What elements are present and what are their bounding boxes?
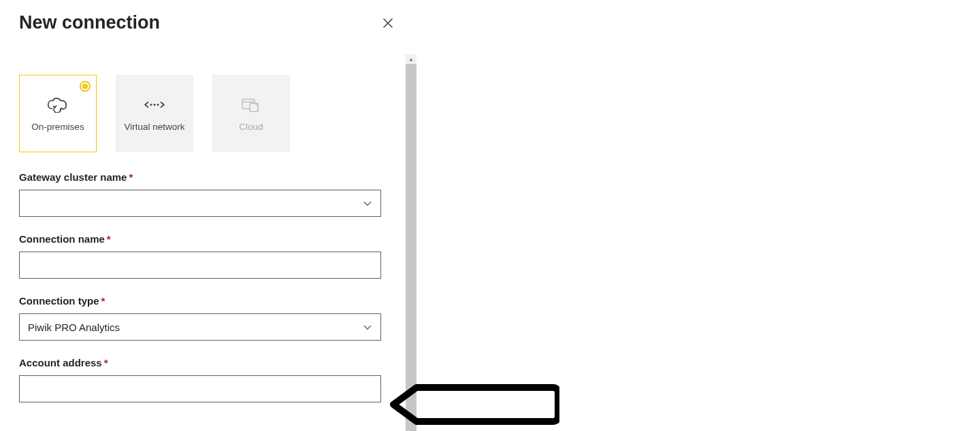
new-connection-panel: New connection ▲ On-p <box>0 0 416 431</box>
svg-point-0 <box>150 104 152 106</box>
field-connection-name: Connection name* <box>19 233 387 279</box>
panel-header: New connection <box>0 0 416 33</box>
connection-name-input[interactable] <box>19 252 381 279</box>
radio-selected-icon <box>80 81 91 92</box>
select-value: Piwik PRO Analytics <box>28 322 120 333</box>
connection-location-tiles: On-premises Virtual network <box>19 75 387 152</box>
chevron-down-icon <box>363 322 372 332</box>
chevron-down-icon <box>363 199 372 208</box>
panel-title: New connection <box>19 12 160 33</box>
required-asterisk-icon: * <box>107 233 111 245</box>
vnet-icon <box>144 94 165 116</box>
required-asterisk-icon: * <box>129 171 133 183</box>
tile-label: On-premises <box>27 121 88 133</box>
scroll-up-arrow-icon: ▲ <box>406 54 416 64</box>
required-asterisk-icon: * <box>104 357 108 368</box>
tile-label: Cloud <box>235 121 267 133</box>
field-label: Account address* <box>19 357 387 368</box>
scrollbar[interactable]: ▲ <box>406 54 416 431</box>
field-gateway-cluster: Gateway cluster name* <box>19 171 387 217</box>
svg-point-1 <box>154 104 156 106</box>
tile-label: Virtual network <box>120 121 189 133</box>
field-label: Connection name* <box>19 233 387 245</box>
label-text: Account address <box>19 357 102 368</box>
field-account-address: Account address* <box>19 357 387 402</box>
close-button[interactable] <box>378 14 397 33</box>
field-label: Gateway cluster name* <box>19 171 387 183</box>
label-text: Connection name <box>19 233 105 245</box>
svg-point-2 <box>157 104 159 106</box>
account-address-input[interactable] <box>19 375 381 402</box>
cloud-file-icon <box>242 94 261 116</box>
label-text: Connection type <box>19 295 99 307</box>
field-connection-type: Connection type* Piwik PRO Analytics <box>19 295 387 341</box>
tile-on-premises[interactable]: On-premises <box>19 75 97 152</box>
scroll-thumb[interactable] <box>406 64 416 431</box>
field-label: Connection type* <box>19 295 387 307</box>
label-text: Gateway cluster name <box>19 171 127 183</box>
close-icon <box>382 18 393 29</box>
tile-virtual-network[interactable]: Virtual network <box>116 75 193 152</box>
tile-cloud: Cloud <box>212 75 290 152</box>
cloud-sync-icon <box>46 94 69 116</box>
connection-type-select[interactable]: Piwik PRO Analytics <box>19 313 381 341</box>
required-asterisk-icon: * <box>101 295 105 307</box>
panel-content: On-premises Virtual network <box>19 75 387 419</box>
gateway-cluster-select[interactable] <box>19 190 381 217</box>
